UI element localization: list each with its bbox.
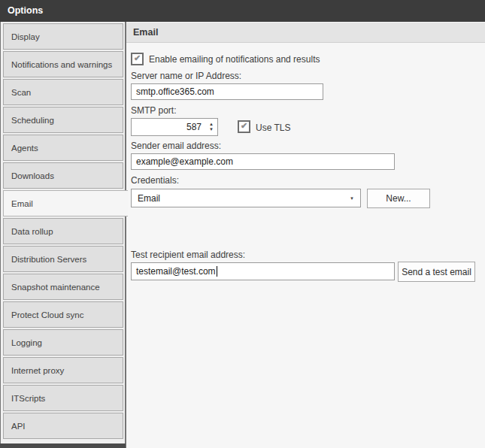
sidebar-item-label: Internet proxy: [11, 366, 64, 375]
test-recipient-value: testemail@test.com: [136, 266, 216, 277]
credentials-dropdown[interactable]: Email ▼: [131, 189, 361, 207]
sidebar-item-downloads[interactable]: Downloads: [3, 162, 123, 189]
sidebar-item-label: Agents: [11, 144, 38, 153]
window-title: Options: [0, 0, 485, 22]
sidebar-item-display[interactable]: Display: [3, 23, 123, 50]
panel-header: Email: [126, 23, 485, 43]
sidebar-item-label: Email: [11, 199, 33, 208]
use-tls-checkbox[interactable]: ✔: [238, 120, 250, 133]
sidebar-item-api[interactable]: API: [3, 413, 123, 439]
sidebar-item-label: Scan: [11, 88, 31, 97]
sidebar-item-agents[interactable]: Agents: [3, 135, 123, 161]
sidebar-item-label: Data rollup: [11, 227, 53, 236]
sidebar-item-protect-cloud-sync[interactable]: Protect Cloud sync: [3, 301, 123, 328]
sidebar-item-label: Downloads: [11, 171, 54, 180]
test-recipient-input[interactable]: testemail@test.com: [131, 262, 395, 280]
sidebar-item-logging[interactable]: Logging: [3, 329, 123, 356]
sidebar-item-scheduling[interactable]: Scheduling: [3, 107, 123, 133]
text-caret: [217, 266, 217, 277]
test-recipient-label: Test recipient email address:: [131, 250, 245, 260]
sidebar-item-notifications-and-warnings[interactable]: Notifications and warnings: [3, 51, 123, 77]
window-titlebar: Options: [0, 0, 485, 22]
sidebar-item-email[interactable]: Email: [3, 190, 128, 216]
sidebar-item-label: Protect Cloud sync: [11, 310, 84, 319]
credentials-selected-value: Email: [138, 193, 350, 204]
chevron-down-icon: ▼: [350, 196, 354, 201]
sidebar-item-label: Distribution Servers: [11, 255, 86, 264]
sidebar-item-label: Logging: [11, 338, 42, 347]
sidebar-item-itscripts[interactable]: ITScripts: [3, 385, 123, 411]
spinner-arrows: ▲ ▼: [205, 119, 217, 135]
smtp-port-label: SMTP port:: [131, 105, 176, 116]
options-sidebar: Display Notifications and warnings Scan …: [0, 22, 126, 448]
sidebar-item-label: Snapshot maintenance: [11, 283, 100, 292]
checkmark-icon: ✔: [134, 54, 141, 62]
sidebar-item-label: API: [11, 422, 26, 431]
checkmark-icon: ✔: [241, 122, 247, 130]
sidebar-item-internet-proxy[interactable]: Internet proxy: [3, 357, 123, 383]
new-credentials-button[interactable]: New...: [367, 189, 430, 208]
sender-email-input[interactable]: [131, 153, 395, 170]
enable-emailing-checkbox[interactable]: ✔: [131, 53, 144, 65]
panel-title: Email: [126, 23, 485, 43]
send-test-email-button[interactable]: Send a test email: [398, 262, 475, 282]
sidebar-item-scan[interactable]: Scan: [3, 79, 123, 105]
smtp-port-value: 587: [132, 122, 205, 132]
sidebar-tab-list: Display Notifications and warnings Scan …: [3, 23, 128, 439]
smtp-port-spinner[interactable]: 587 ▲ ▼: [131, 118, 218, 136]
sidebar-item-label: Scheduling: [11, 116, 54, 125]
sidebar-item-label: Notifications and warnings: [11, 60, 112, 69]
sidebar-clipped-next-item: [0, 443, 126, 448]
sidebar-separator: [125, 22, 126, 448]
server-name-input[interactable]: [131, 83, 323, 100]
sender-email-label: Sender email address:: [131, 141, 221, 151]
spinner-up-icon[interactable]: ▲: [209, 122, 214, 127]
enable-emailing-label: Enable emailing of notifications and res…: [149, 54, 320, 65]
sidebar-item-snapshot-maintenance[interactable]: Snapshot maintenance: [3, 274, 123, 300]
sidebar-item-data-rollup[interactable]: Data rollup: [3, 218, 123, 244]
sidebar-item-distribution-servers[interactable]: Distribution Servers: [3, 246, 123, 272]
sidebar-item-label: Display: [11, 32, 40, 41]
spinner-down-icon[interactable]: ▼: [209, 127, 214, 132]
sidebar-item-label: ITScripts: [11, 394, 45, 403]
server-name-label: Server name or IP Address:: [131, 71, 241, 81]
use-tls-label: Use TLS: [256, 123, 290, 133]
credentials-label: Credentials:: [131, 175, 179, 186]
